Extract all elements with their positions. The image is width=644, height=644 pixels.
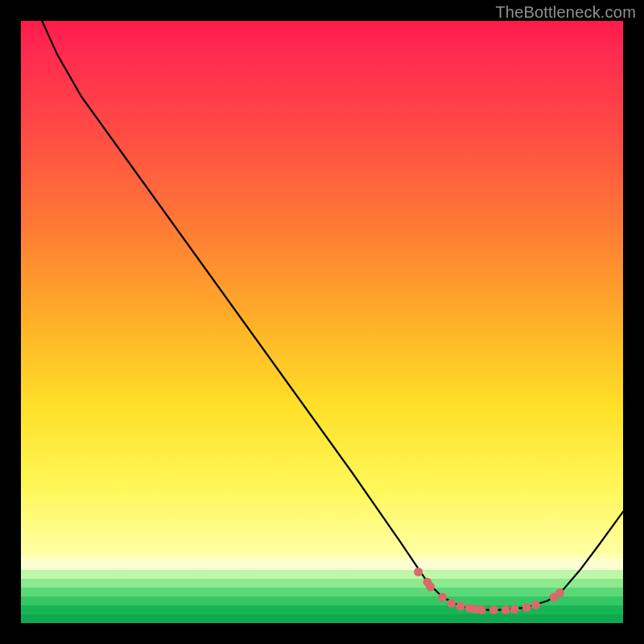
- watermark: TheBottleneck.com: [495, 3, 636, 22]
- bottleneck-curve-chart: [0, 0, 644, 644]
